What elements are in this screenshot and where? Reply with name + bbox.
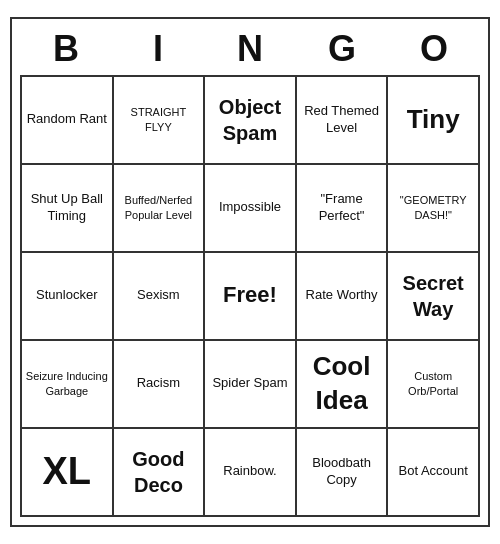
header-b: B	[22, 27, 110, 70]
cell-text-16: Racism	[137, 375, 180, 392]
bingo-cell-7: Impossible	[205, 165, 297, 253]
bingo-cell-1: STRAIGHT FLYY	[114, 77, 206, 165]
cell-text-17: Spider Spam	[212, 375, 287, 392]
bingo-cell-21: Good Deco	[114, 429, 206, 517]
header-n: N	[206, 27, 294, 70]
bingo-grid: Random RantSTRAIGHT FLYYObject SpamRed T…	[20, 75, 480, 517]
bingo-cell-0: Random Rant	[22, 77, 114, 165]
cell-text-22: Rainbow.	[223, 463, 276, 480]
bingo-cell-15: Seizure Inducing Garbage	[22, 341, 114, 429]
cell-text-6: Buffed/Nerfed Popular Level	[117, 193, 201, 222]
header-o: O	[390, 27, 478, 70]
bingo-cell-19: Custom Orb/Portal	[388, 341, 480, 429]
cell-text-19: Custom Orb/Portal	[391, 369, 475, 398]
bingo-cell-16: Racism	[114, 341, 206, 429]
cell-text-10: Stunlocker	[36, 287, 97, 304]
cell-text-0: Random Rant	[27, 111, 107, 128]
cell-text-23: Bloodbath Copy	[300, 455, 384, 489]
cell-text-13: Rate Worthy	[306, 287, 378, 304]
bingo-cell-22: Rainbow.	[205, 429, 297, 517]
bingo-header: B I N G O	[20, 27, 480, 70]
cell-text-1: STRAIGHT FLYY	[117, 105, 201, 134]
cell-text-5: Shut Up Ball Timing	[25, 191, 109, 225]
bingo-card: B I N G O Random RantSTRAIGHT FLYYObject…	[10, 17, 490, 526]
cell-text-11: Sexism	[137, 287, 180, 304]
header-i: I	[114, 27, 202, 70]
bingo-cell-11: Sexism	[114, 253, 206, 341]
header-g: G	[298, 27, 386, 70]
bingo-cell-13: Rate Worthy	[297, 253, 389, 341]
cell-text-18: Cool Idea	[300, 350, 384, 418]
cell-text-9: "GEOMETRY DASH!"	[391, 193, 475, 222]
bingo-cell-24: Bot Account	[388, 429, 480, 517]
bingo-cell-8: "Frame Perfect"	[297, 165, 389, 253]
cell-text-8: "Frame Perfect"	[300, 191, 384, 225]
cell-text-15: Seizure Inducing Garbage	[25, 369, 109, 398]
bingo-cell-6: Buffed/Nerfed Popular Level	[114, 165, 206, 253]
bingo-cell-3: Red Themed Level	[297, 77, 389, 165]
bingo-cell-18: Cool Idea	[297, 341, 389, 429]
cell-text-14: Secret Way	[391, 270, 475, 322]
bingo-cell-14: Secret Way	[388, 253, 480, 341]
bingo-cell-17: Spider Spam	[205, 341, 297, 429]
cell-text-3: Red Themed Level	[300, 103, 384, 137]
cell-text-4: Tiny	[407, 103, 460, 137]
cell-text-12: Free!	[223, 281, 277, 310]
bingo-cell-2: Object Spam	[205, 77, 297, 165]
bingo-cell-23: Bloodbath Copy	[297, 429, 389, 517]
bingo-cell-5: Shut Up Ball Timing	[22, 165, 114, 253]
bingo-cell-9: "GEOMETRY DASH!"	[388, 165, 480, 253]
bingo-cell-4: Tiny	[388, 77, 480, 165]
cell-text-7: Impossible	[219, 199, 281, 216]
bingo-cell-10: Stunlocker	[22, 253, 114, 341]
cell-text-20: XL	[43, 447, 92, 496]
cell-text-24: Bot Account	[398, 463, 467, 480]
cell-text-2: Object Spam	[208, 94, 292, 146]
cell-text-21: Good Deco	[117, 446, 201, 498]
bingo-cell-12: Free!	[205, 253, 297, 341]
bingo-cell-20: XL	[22, 429, 114, 517]
